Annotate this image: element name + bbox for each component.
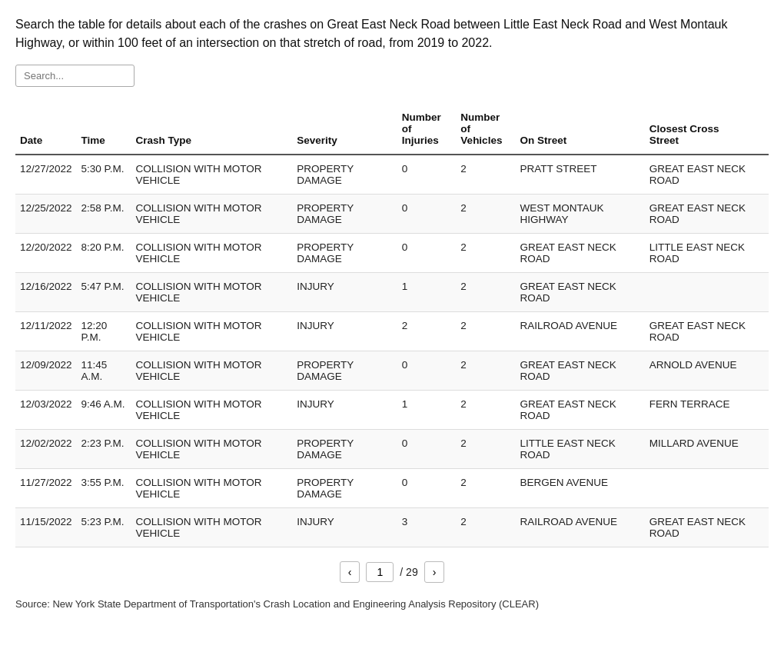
cell-injuries: 2 — [397, 312, 457, 351]
crash-table: Date Time Crash Type Severity Number ofI… — [15, 105, 769, 547]
cell-cross-street: ARNOLD AVENUE — [645, 351, 769, 391]
cell-severity: INJURY — [292, 273, 397, 312]
cell-time: 2:23 P.M. — [77, 430, 131, 469]
cell-date: 12/16/2022 — [15, 273, 77, 312]
cell-on-street: BERGEN AVENUE — [515, 469, 644, 508]
prev-page-button[interactable]: ‹ — [340, 561, 360, 583]
pagination: ‹ / 29 › — [15, 561, 769, 583]
cell-severity: INJURY — [292, 312, 397, 351]
cell-injuries: 0 — [397, 155, 457, 195]
table-row: 12/16/20225:47 P.M.COLLISION WITH MOTOR … — [15, 273, 769, 312]
cell-injuries: 0 — [397, 234, 457, 273]
cell-crash-type: COLLISION WITH MOTOR VEHICLE — [131, 195, 293, 234]
table-row: 12/27/20225:30 P.M.COLLISION WITH MOTOR … — [15, 155, 769, 195]
cell-date: 12/03/2022 — [15, 391, 77, 430]
col-vehicles: Number ofVehicles — [456, 105, 515, 155]
cell-cross-street: FERN TERRACE — [645, 391, 769, 430]
table-row: 11/27/20223:55 P.M.COLLISION WITH MOTOR … — [15, 469, 769, 508]
cell-vehicles: 2 — [456, 508, 515, 547]
cell-time: 9:46 A.M. — [77, 391, 131, 430]
cell-time: 5:30 P.M. — [77, 155, 131, 195]
cell-date: 11/15/2022 — [15, 508, 77, 547]
cell-on-street: RAILROAD AVENUE — [515, 312, 644, 351]
cell-on-street: GREAT EAST NECK ROAD — [515, 273, 644, 312]
cell-on-street: PRATT STREET — [515, 155, 644, 195]
cell-vehicles: 2 — [456, 155, 515, 195]
cell-time: 5:23 P.M. — [77, 508, 131, 547]
cell-crash-type: COLLISION WITH MOTOR VEHICLE — [131, 312, 293, 351]
cell-vehicles: 2 — [456, 391, 515, 430]
cell-time: 2:58 P.M. — [77, 195, 131, 234]
col-on-street: On Street — [515, 105, 644, 155]
page-number-input[interactable] — [366, 562, 394, 582]
col-cross-street: Closest CrossStreet — [645, 105, 769, 155]
cell-severity: PROPERTY DAMAGE — [292, 351, 397, 391]
table-row: 11/15/20225:23 P.M.COLLISION WITH MOTOR … — [15, 508, 769, 547]
cell-date: 11/27/2022 — [15, 469, 77, 508]
cell-vehicles: 2 — [456, 351, 515, 391]
cell-vehicles: 2 — [456, 312, 515, 351]
intro-paragraph: Search the table for details about each … — [15, 15, 769, 52]
table-row: 12/20/20228:20 P.M.COLLISION WITH MOTOR … — [15, 234, 769, 273]
cell-time: 12:20 P.M. — [77, 312, 131, 351]
cell-time: 8:20 P.M. — [77, 234, 131, 273]
table-row: 12/09/202211:45 A.M.COLLISION WITH MOTOR… — [15, 351, 769, 391]
col-crash-type: Crash Type — [131, 105, 293, 155]
cell-crash-type: COLLISION WITH MOTOR VEHICLE — [131, 391, 293, 430]
cell-severity: PROPERTY DAMAGE — [292, 195, 397, 234]
cell-cross-street: LITTLE EAST NECK ROAD — [645, 234, 769, 273]
cell-crash-type: COLLISION WITH MOTOR VEHICLE — [131, 430, 293, 469]
cell-severity: PROPERTY DAMAGE — [292, 469, 397, 508]
cell-on-street: GREAT EAST NECK ROAD — [515, 351, 644, 391]
cell-date: 12/11/2022 — [15, 312, 77, 351]
search-input[interactable] — [15, 65, 135, 87]
cell-on-street: GREAT EAST NECK ROAD — [515, 234, 644, 273]
table-header-row: Date Time Crash Type Severity Number ofI… — [15, 105, 769, 155]
table-row: 12/11/202212:20 P.M.COLLISION WITH MOTOR… — [15, 312, 769, 351]
cell-date: 12/02/2022 — [15, 430, 77, 469]
cell-vehicles: 2 — [456, 234, 515, 273]
cell-cross-street — [645, 273, 769, 312]
cell-vehicles: 2 — [456, 195, 515, 234]
cell-time: 11:45 A.M. — [77, 351, 131, 391]
source-citation: Source: New York State Department of Tra… — [15, 598, 769, 610]
cell-severity: PROPERTY DAMAGE — [292, 234, 397, 273]
cell-crash-type: COLLISION WITH MOTOR VEHICLE — [131, 508, 293, 547]
col-severity: Severity — [292, 105, 397, 155]
cell-date: 12/25/2022 — [15, 195, 77, 234]
cell-crash-type: COLLISION WITH MOTOR VEHICLE — [131, 273, 293, 312]
cell-crash-type: COLLISION WITH MOTOR VEHICLE — [131, 469, 293, 508]
cell-date: 12/20/2022 — [15, 234, 77, 273]
col-time: Time — [77, 105, 131, 155]
cell-crash-type: COLLISION WITH MOTOR VEHICLE — [131, 351, 293, 391]
cell-injuries: 1 — [397, 391, 457, 430]
cell-crash-type: COLLISION WITH MOTOR VEHICLE — [131, 155, 293, 195]
cell-injuries: 0 — [397, 351, 457, 391]
cell-on-street: GREAT EAST NECK ROAD — [515, 391, 644, 430]
cell-severity: PROPERTY DAMAGE — [292, 155, 397, 195]
cell-injuries: 3 — [397, 508, 457, 547]
col-date: Date — [15, 105, 77, 155]
table-row: 12/02/20222:23 P.M.COLLISION WITH MOTOR … — [15, 430, 769, 469]
cell-severity: INJURY — [292, 508, 397, 547]
table-row: 12/03/20229:46 A.M.COLLISION WITH MOTOR … — [15, 391, 769, 430]
cell-cross-street: GREAT EAST NECK ROAD — [645, 155, 769, 195]
cell-on-street: RAILROAD AVENUE — [515, 508, 644, 547]
page-total: / 29 — [400, 566, 417, 578]
cell-crash-type: COLLISION WITH MOTOR VEHICLE — [131, 234, 293, 273]
cell-injuries: 0 — [397, 430, 457, 469]
cell-injuries: 1 — [397, 273, 457, 312]
cell-cross-street: GREAT EAST NECK ROAD — [645, 195, 769, 234]
cell-severity: INJURY — [292, 391, 397, 430]
cell-on-street: LITTLE EAST NECK ROAD — [515, 430, 644, 469]
cell-vehicles: 2 — [456, 273, 515, 312]
table-row: 12/25/20222:58 P.M.COLLISION WITH MOTOR … — [15, 195, 769, 234]
cell-time: 5:47 P.M. — [77, 273, 131, 312]
cell-date: 12/27/2022 — [15, 155, 77, 195]
cell-cross-street: GREAT EAST NECK ROAD — [645, 508, 769, 547]
cell-time: 3:55 P.M. — [77, 469, 131, 508]
cell-injuries: 0 — [397, 469, 457, 508]
next-page-button[interactable]: › — [424, 561, 445, 583]
cell-severity: PROPERTY DAMAGE — [292, 430, 397, 469]
col-injuries: Number ofInjuries — [397, 105, 457, 155]
